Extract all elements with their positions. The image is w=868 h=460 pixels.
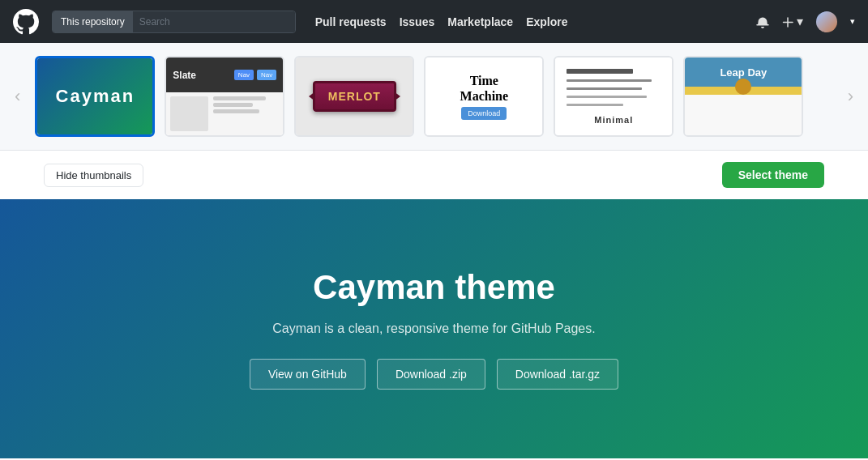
add-button[interactable]: ▾	[782, 14, 803, 29]
navbar: This repository Pull requests Issues Mar…	[0, 0, 868, 43]
theme-card-minimal[interactable]: Minimal	[554, 56, 673, 137]
minimal-label: Minimal	[567, 115, 661, 125]
slate-label: Slate	[173, 70, 196, 81]
preview-area: Cayman theme Cayman is a clean, responsi…	[0, 199, 868, 458]
this-repository-label: This repository	[53, 11, 133, 32]
themes-container: Cayman Slate Nav Nav	[35, 56, 832, 137]
navbar-right: ▾ ▾	[756, 11, 855, 32]
theme-card-time-machine[interactable]: TimeMachine Download	[424, 56, 544, 137]
leapday-preview: Leap Day	[685, 58, 802, 135]
search-input[interactable]	[133, 11, 295, 32]
cayman-label: Cayman	[56, 86, 135, 107]
timemachine-label: TimeMachine	[460, 73, 509, 104]
slate-preview: Slate Nav Nav	[166, 58, 283, 135]
theme-card-cayman[interactable]: Cayman	[35, 56, 155, 137]
select-theme-button[interactable]: Select theme	[722, 162, 824, 188]
timemachine-preview: TimeMachine Download	[425, 58, 542, 135]
merlot-badge: Merlot	[313, 81, 396, 112]
theme-card-slate[interactable]: Slate Nav Nav	[165, 56, 284, 137]
nav-explore[interactable]: Explore	[526, 15, 567, 28]
add-chevron: ▾	[797, 14, 803, 29]
preview-title: Cayman theme	[313, 268, 555, 307]
cayman-preview: Cayman	[37, 58, 152, 134]
avatar[interactable]	[816, 11, 837, 32]
hide-thumbnails-button[interactable]: Hide thumbnails	[44, 164, 143, 187]
theme-card-merlot[interactable]: Merlot	[294, 56, 414, 137]
download-tar-button[interactable]: Download .tar.gz	[497, 359, 618, 390]
theme-card-leap-day[interactable]: Leap Day	[683, 56, 803, 137]
repo-context-bar[interactable]: This repository	[52, 11, 296, 33]
merlot-label: Merlot	[328, 90, 381, 103]
view-on-github-button[interactable]: View on GitHub	[250, 359, 366, 390]
leapday-label: Leap Day	[720, 66, 767, 79]
prev-themes-button[interactable]: ‹	[0, 86, 35, 107]
github-logo[interactable]	[13, 9, 39, 35]
next-themes-button[interactable]: ›	[833, 86, 868, 107]
merlot-preview: Merlot	[296, 58, 413, 135]
nav-marketplace[interactable]: Marketplace	[447, 15, 513, 28]
download-zip-button[interactable]: Download .zip	[377, 359, 485, 390]
preview-buttons: View on GitHub Download .zip Download .t…	[250, 359, 618, 390]
nav-pull-requests[interactable]: Pull requests	[315, 15, 387, 28]
nav-issues[interactable]: Issues	[400, 15, 435, 28]
action-row: Hide thumbnails Select theme	[0, 151, 868, 199]
notifications-button[interactable]	[756, 15, 769, 28]
user-menu-chevron[interactable]: ▾	[850, 16, 855, 27]
timemachine-download: Download	[461, 107, 507, 120]
theme-picker-area: ‹ Cayman Slate Nav Nav	[0, 43, 868, 151]
navbar-links: Pull requests Issues Marketplace Explore	[315, 15, 568, 28]
minimal-preview: Minimal	[555, 58, 672, 135]
preview-description: Cayman is a clean, responsive theme for …	[272, 322, 595, 336]
